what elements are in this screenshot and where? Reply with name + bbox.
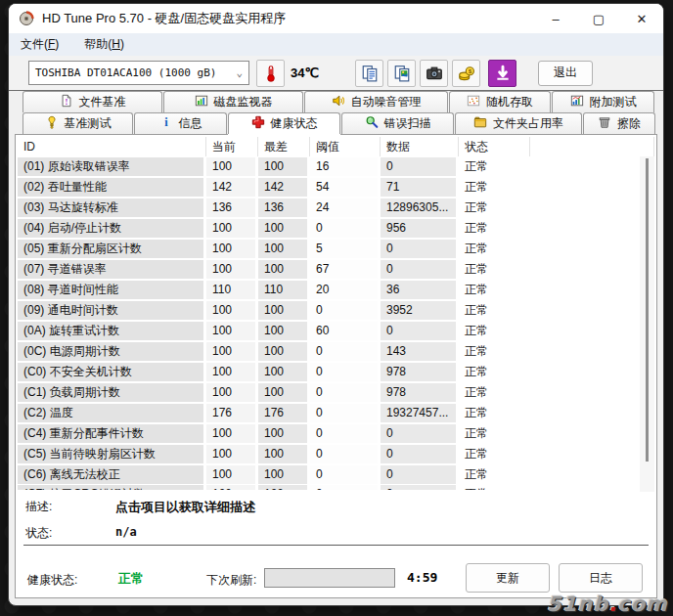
cell-threshold: 0 [310, 424, 381, 443]
close-button[interactable]: ✕ [620, 4, 663, 33]
tab-label: 附加测试 [590, 94, 637, 110]
cell-threshold: 0 [310, 301, 381, 320]
footer-bar: 健康状态: 正常 下次刷新: 4:59 更新 日志 [16, 546, 656, 597]
refresh-progress-bar [264, 568, 395, 588]
camera-icon [426, 65, 443, 82]
cell-current: 142 [206, 178, 258, 197]
exit-button[interactable]: 退出 [538, 61, 593, 86]
column-header[interactable]: 状态 [459, 137, 530, 156]
save-icon [494, 65, 512, 82]
table-row[interactable]: (08) 寻道时间性能1101102036正常 [18, 280, 654, 300]
table-row[interactable]: (C2) 温度176176019327457...正常 [18, 403, 654, 423]
cell-current: 176 [206, 404, 258, 422]
update-button[interactable]: 更新 [466, 563, 550, 593]
scrollbar-thumb[interactable] [646, 158, 649, 462]
table-row[interactable]: (C7) 接口CRC错误计数10010000正常 [18, 485, 654, 490]
cell-current: 100 [206, 301, 258, 320]
table-row[interactable]: (03) 马达旋转标准1361362412896305...正常 [18, 198, 654, 218]
svg-text:$: $ [468, 67, 471, 74]
table-row[interactable]: (01) 原始读取错误率100100160正常 [18, 156, 654, 177]
cell-id: (C7) 接口CRC错误计数 [18, 485, 206, 490]
copy-image-icon [393, 65, 411, 82]
cell-status: 正常 [459, 240, 530, 258]
column-header[interactable]: 当前 [206, 137, 258, 156]
table-row[interactable]: (C4) 重新分配事件计数10010000正常 [18, 423, 654, 444]
cell-status: 正常 [459, 281, 530, 299]
table-row[interactable]: (09) 通电时间计数10010003952正常 [18, 300, 654, 321]
maximize-button[interactable]: ▢ [577, 4, 620, 33]
cell-threshold: 54 [310, 178, 381, 197]
table-row[interactable]: (04) 启动/停止计数1001000956正常 [18, 218, 654, 239]
tab-error-scan[interactable]: 错误扫描 [341, 112, 454, 134]
tab-strip: !文件基准磁盘监视器自动噪音管理随机存取附加测试 基准测试i信息健康状态错误扫描… [9, 91, 663, 134]
column-header[interactable]: ID [18, 137, 206, 156]
copy-text-button[interactable] [355, 60, 383, 87]
cell-status: 正常 [459, 445, 530, 463]
cell-threshold: 60 [310, 322, 381, 340]
tab-folder[interactable]: 文件夹占用率 [455, 112, 582, 134]
cell-current: 100 [206, 465, 258, 484]
cell-worst: 100 [258, 301, 310, 320]
cell-current: 110 [206, 281, 258, 299]
camera-button[interactable] [420, 60, 448, 87]
table-row[interactable]: (0C) 电源周期计数1001000143正常 [18, 341, 654, 362]
column-header[interactable]: 最差 [258, 137, 310, 156]
tab-file-benchmark[interactable]: !文件基准 [22, 91, 162, 112]
cell-id: (C0) 不安全关机计数 [18, 363, 206, 381]
tab-speaker[interactable]: 自动噪音管理 [304, 91, 448, 112]
cell-current: 100 [206, 322, 258, 340]
benchmark-icon [45, 115, 59, 132]
column-header[interactable]: 数据 [381, 137, 459, 156]
cell-data: 36 [381, 281, 459, 299]
donate-button[interactable]: $ [452, 60, 480, 87]
cell-data: 0 [381, 465, 459, 484]
cell-threshold: 0 [310, 404, 381, 422]
cell-current: 100 [206, 383, 258, 402]
cell-id: (C1) 负载周期计数 [18, 383, 206, 402]
table-row[interactable]: (02) 吞吐量性能1421425471正常 [18, 177, 654, 198]
log-button[interactable]: 日志 [559, 563, 643, 593]
tab-health-cross[interactable]: 健康状态 [228, 112, 340, 134]
cell-id: (C2) 温度 [18, 404, 206, 422]
tab-erase[interactable]: 擦除 [583, 112, 655, 134]
cell-worst: 100 [258, 342, 310, 361]
temperature-button[interactable] [256, 60, 285, 87]
svg-text:i: i [164, 115, 168, 129]
menu-item-h[interactable]: 帮助(H) [84, 36, 124, 53]
table-row[interactable]: (05) 重新分配扇区计数10010050正常 [18, 239, 654, 259]
tab-disk-monitor[interactable]: 磁盘监视器 [163, 91, 303, 112]
tab-benchmark[interactable]: 基准测试 [22, 112, 133, 134]
column-header[interactable]: 阈值 [310, 137, 381, 156]
cell-current: 100 [206, 342, 258, 361]
drive-select-dropdown[interactable]: TOSHIBA DT01ACA100 (1000 gB) ⌄ [28, 61, 249, 85]
menu-item-f[interactable]: 文件(F) [21, 36, 59, 53]
tab-random-access[interactable]: 随机存取 [449, 91, 551, 112]
table-row[interactable]: (C1) 负载周期计数1001000978正常 [18, 382, 654, 403]
table-row[interactable]: (C6) 离线无法校正10010000正常 [18, 464, 654, 485]
table-row[interactable]: (07) 寻道错误率100100670正常 [18, 259, 654, 280]
column-header[interactable] [530, 137, 654, 156]
donate-icon: $ [458, 65, 475, 82]
table-row[interactable]: (C5) 当前待映射扇区计数10010000正常 [18, 444, 654, 464]
extra-tests-icon [570, 94, 584, 110]
vertical-scrollbar[interactable] [640, 156, 654, 492]
minimize-button[interactable]: – [534, 4, 577, 33]
cell-data: 0 [381, 485, 459, 490]
cell-current: 100 [206, 240, 258, 258]
refresh-countdown: 4:59 [407, 570, 437, 585]
cell-status: 正常 [459, 404, 530, 422]
cell-data: 143 [381, 342, 459, 361]
tab-label: 基准测试 [65, 115, 112, 132]
smart-attribute-list: ID当前最差阈值数据状态 (01) 原始读取错误率100100160正常(02)… [18, 137, 654, 492]
cell-worst: 176 [258, 404, 310, 422]
cell-id: (05) 重新分配扇区计数 [18, 240, 206, 258]
app-icon [19, 11, 34, 26]
cell-worst: 136 [258, 198, 310, 217]
table-row[interactable]: (C0) 不安全关机计数1001000978正常 [18, 362, 654, 382]
tab-info[interactable]: i信息 [134, 112, 227, 134]
tab-extra-tests[interactable]: 附加测试 [552, 91, 654, 112]
cell-current: 100 [206, 157, 258, 176]
table-row[interactable]: (0A) 旋转重试计数100100600正常 [18, 321, 654, 341]
save-button[interactable] [488, 60, 516, 87]
copy-image-button[interactable] [387, 60, 416, 87]
